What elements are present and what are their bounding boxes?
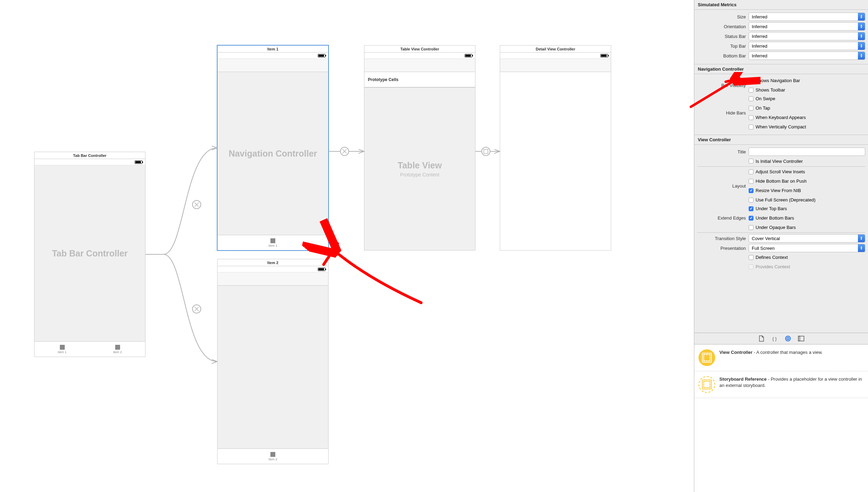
shows-toolbar-checkbox[interactable] bbox=[749, 88, 753, 93]
fullscreendep-label: Use Full Screen (Deprecated) bbox=[756, 197, 815, 203]
underbottom-checkbox[interactable] bbox=[749, 216, 753, 221]
scene-nav-item2[interactable]: Item 2 Item 2 bbox=[217, 259, 329, 464]
svg-rect-7 bbox=[798, 336, 804, 341]
object-library-tab[interactable] bbox=[784, 335, 792, 342]
layout-label: Layout bbox=[697, 183, 749, 189]
chevron-updown-icon bbox=[858, 13, 865, 21]
isinitial-checkbox[interactable] bbox=[749, 159, 753, 164]
chevron-updown-icon bbox=[858, 235, 865, 242]
ontap-checkbox[interactable] bbox=[749, 106, 753, 111]
definescontext-checkbox[interactable] bbox=[749, 255, 753, 260]
bottombar-select[interactable] bbox=[749, 51, 865, 60]
fullscreendep-checkbox[interactable] bbox=[749, 198, 753, 203]
svg-point-6 bbox=[787, 338, 789, 340]
transition-select[interactable] bbox=[749, 234, 865, 243]
ontap-label: On Tap bbox=[756, 105, 770, 111]
chevron-updown-icon bbox=[858, 244, 865, 252]
topbar-select[interactable] bbox=[749, 42, 865, 50]
object-library[interactable]: View Controller - A controller that mana… bbox=[694, 344, 868, 492]
title-label: Title bbox=[697, 149, 749, 154]
whenvcompact-checkbox[interactable] bbox=[749, 125, 753, 129]
onswipe-label: On Swipe bbox=[756, 96, 775, 101]
scene-body bbox=[500, 72, 611, 250]
providescontext-checkbox[interactable] bbox=[749, 264, 753, 269]
navigation-bar bbox=[218, 59, 328, 72]
code-snippet-tab[interactable]: { } bbox=[771, 335, 779, 342]
barvisibility-label: Bar Visibility bbox=[697, 83, 749, 88]
svg-point-1 bbox=[192, 305, 201, 313]
underbottom-label: Under Bottom Bars bbox=[756, 215, 794, 221]
topbar-label: Top Bar bbox=[697, 43, 749, 49]
size-select[interactable] bbox=[749, 13, 865, 21]
onswipe-checkbox[interactable] bbox=[749, 96, 753, 101]
underopaque-label: Under Opaque Bars bbox=[756, 225, 796, 230]
scene-body: Table View Prototype Content bbox=[364, 87, 475, 250]
scene-body: Tab Bar Controller bbox=[34, 165, 145, 341]
square-icon bbox=[270, 238, 275, 243]
battery-icon bbox=[600, 54, 608, 57]
orientation-select[interactable] bbox=[749, 22, 865, 31]
adjustscroll-label: Adjust Scroll View Insets bbox=[756, 169, 805, 174]
navigation-bar bbox=[218, 272, 328, 286]
viewcontroller-icon bbox=[699, 349, 715, 366]
underopaque-checkbox[interactable] bbox=[749, 225, 753, 230]
library-item-viewcontroller[interactable]: View Controller - A controller that mana… bbox=[694, 344, 868, 371]
navigation-bar bbox=[500, 59, 611, 72]
chevron-updown-icon bbox=[858, 42, 865, 50]
placeholder-subtext: Prototype Content bbox=[364, 172, 475, 177]
shows-navbar-checkbox[interactable] bbox=[749, 78, 753, 83]
tab-bar-item: Item 2 bbox=[218, 449, 328, 464]
shows-navbar-label: Shows Navigation Bar bbox=[756, 78, 800, 83]
hidebars-label: Hide Bars bbox=[697, 110, 749, 116]
tab-label: Item 1 bbox=[58, 350, 66, 354]
chevron-updown-icon bbox=[858, 52, 865, 59]
status-bar bbox=[500, 53, 611, 59]
battery-icon bbox=[465, 54, 472, 57]
scene-title: Item 2 bbox=[218, 259, 328, 266]
tab-item-2[interactable]: Item 2 bbox=[90, 342, 145, 357]
extendedges-label: Extend Edges bbox=[697, 215, 749, 221]
statusbar-select[interactable] bbox=[749, 32, 865, 40]
tab-label: Item 1 bbox=[268, 244, 277, 247]
svg-point-2 bbox=[340, 147, 349, 156]
section-simulated: Size Orientation Status Bar Top Bar Bott… bbox=[694, 10, 868, 64]
resizenib-checkbox[interactable] bbox=[749, 188, 753, 193]
statusbar-label: Status Bar bbox=[697, 34, 749, 39]
whenkbd-checkbox[interactable] bbox=[749, 115, 753, 120]
providescontext-label: Provides Context bbox=[756, 264, 790, 269]
section-viewcontroller: Title Is Initial View Controller Layout … bbox=[694, 145, 868, 333]
inspector-panel: Simulated Metrics Size Orientation Statu… bbox=[694, 0, 868, 492]
placeholder-text: Table View bbox=[364, 160, 475, 170]
undertop-checkbox[interactable] bbox=[749, 206, 753, 211]
scene-nav-item1[interactable]: Item 1 Navigation Controller Item 1 bbox=[217, 45, 329, 251]
transition-label: Transition Style bbox=[697, 236, 749, 241]
media-library-tab[interactable] bbox=[797, 335, 805, 342]
presentation-select[interactable] bbox=[749, 244, 865, 252]
navigation-bar bbox=[364, 59, 475, 72]
scene-tableview[interactable]: Table View Controller Prototype Cells Ta… bbox=[364, 45, 475, 251]
scene-tabbar[interactable]: Tab Bar Controller Tab Bar Controller It… bbox=[34, 152, 145, 357]
scene-detail[interactable]: Detail View Controller bbox=[500, 45, 611, 251]
section-navcontroller: Bar Visibility Shows Navigation Bar Show… bbox=[694, 74, 868, 135]
scene-body bbox=[218, 286, 328, 449]
file-template-tab[interactable] bbox=[757, 335, 766, 342]
battery-icon bbox=[135, 160, 142, 164]
tab-item-1[interactable]: Item 1 bbox=[34, 342, 90, 357]
library-item-storyboardref[interactable]: Storyboard Reference - Provides a placeh… bbox=[694, 371, 868, 398]
svg-point-0 bbox=[192, 200, 201, 209]
section-header-viewcontroller: View Controller bbox=[694, 135, 868, 145]
tab-bar-item: Item 1 bbox=[218, 235, 328, 250]
chevron-updown-icon bbox=[858, 23, 865, 30]
hidebottompush-checkbox[interactable] bbox=[749, 179, 753, 184]
hidebottompush-label: Hide Bottom Bar on Push bbox=[756, 178, 807, 184]
title-input[interactable] bbox=[749, 148, 865, 156]
size-value bbox=[749, 13, 858, 21]
svg-rect-8 bbox=[798, 336, 800, 341]
section-header-navcontroller: Navigation Controller bbox=[694, 64, 868, 74]
tab-label: Item 2 bbox=[113, 350, 122, 354]
presentation-label: Presentation bbox=[697, 246, 749, 251]
status-bar bbox=[218, 53, 328, 59]
adjustscroll-checkbox[interactable] bbox=[749, 169, 753, 174]
status-bar bbox=[364, 53, 475, 59]
storyboard-canvas[interactable]: Tab Bar Controller Tab Bar Controller It… bbox=[0, 0, 694, 492]
